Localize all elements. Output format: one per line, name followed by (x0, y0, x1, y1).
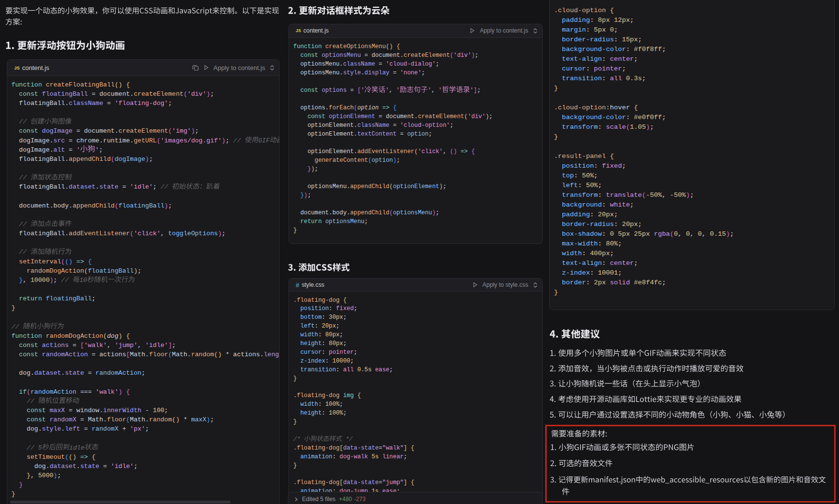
svg-text:.: . (65, 230, 69, 237)
svg-text:'idle': 'idle' (145, 342, 168, 349)
svg-text:dog: dog (19, 369, 31, 377)
svg-text:(: ( (84, 267, 88, 275)
svg-text:): ) (72, 453, 76, 461)
svg-text:=: = (84, 425, 88, 433)
svg-text:;: ; (638, 221, 642, 228)
svg-text:{: { (343, 297, 346, 304)
svg-text:style: style (42, 425, 61, 433)
svg-text::: : (594, 162, 598, 170)
svg-text:Math: Math (88, 416, 103, 423)
svg-text:): ) (726, 230, 730, 238)
svg-text:floor: floor (107, 416, 126, 423)
svg-text:=: = (393, 70, 396, 76)
svg-text:-50%: -50% (646, 191, 662, 199)
svg-text:,: , (678, 230, 682, 238)
svg-text:document: document (372, 52, 400, 59)
svg-text:{: { (393, 104, 396, 111)
svg-text:const: const (19, 351, 38, 358)
svg-text:;: ; (642, 75, 646, 82)
svg-text:,: , (702, 230, 706, 238)
svg-text:;: ; (489, 113, 493, 120)
svg-text::: : (590, 211, 594, 218)
svg-text:function: function (293, 43, 322, 50)
svg-text:): ) (191, 127, 195, 135)
svg-text:(: ( (414, 148, 418, 155)
svg-text:(: ( (626, 123, 630, 131)
svg-text:5000: 5000 (38, 472, 54, 479)
svg-text:actions: actions (42, 342, 69, 349)
svg-text:;: ; (404, 453, 407, 460)
svg-text:className: className (343, 61, 375, 68)
svg-text:addEventListener: addEventListener (357, 148, 414, 155)
svg-text:;: ; (164, 407, 168, 414)
svg-text::: : (598, 240, 602, 247)
svg-text:(: ( (214, 351, 218, 358)
svg-text:}: } (293, 462, 297, 469)
svg-text:const: const (19, 90, 38, 98)
svg-text:createElement: createElement (404, 52, 450, 59)
svg-text:400px: 400px (590, 250, 610, 257)
svg-text:': ' (95, 146, 99, 154)
svg-text:(: ( (111, 156, 115, 163)
svg-text:transform: transform (562, 123, 598, 131)
svg-text://: // (19, 221, 27, 228)
svg-text:;: ; (614, 211, 618, 218)
svg-text::: : (614, 221, 618, 228)
svg-text:random: random (191, 351, 214, 358)
svg-text:transition: transition (562, 75, 602, 82)
svg-text:.cloud-option: .cloud-option (554, 104, 606, 111)
svg-text:const: const (27, 416, 46, 423)
svg-text:5s: 5s (372, 453, 379, 460)
svg-text:src: src (54, 137, 65, 144)
svg-text:): ) (686, 191, 690, 199)
svg-text:text-align: text-align (562, 260, 602, 267)
svg-text::: : (586, 65, 590, 72)
svg-text:.: . (38, 425, 42, 433)
svg-text:): ) (164, 202, 168, 209)
svg-text:100: 100 (153, 407, 164, 414)
svg-text:=: = (84, 388, 88, 396)
svg-text:}: } (554, 133, 558, 140)
svg-text::: : (598, 123, 602, 131)
svg-text:;: ; (638, 36, 642, 43)
svg-text:'px': 'px' (130, 425, 145, 433)
svg-text:randomX: randomX (91, 425, 118, 433)
svg-text:): ) (646, 123, 650, 131)
svg-text::: : (321, 349, 325, 356)
svg-text::: : (626, 114, 630, 121)
svg-text:{: { (471, 148, 475, 155)
svg-text:=: = (91, 90, 95, 98)
svg-text:createOptionsMenu: createOptionsMenu (325, 43, 386, 50)
svg-text:): ) (304, 192, 307, 199)
svg-text:.: . (187, 351, 191, 358)
svg-text:border: border (562, 279, 586, 286)
svg-text:': ' (386, 87, 389, 94)
svg-text:body: body (332, 209, 346, 216)
svg-text:randomAction: randomAction (31, 388, 76, 396)
svg-text:#e0f0ff: #e0f0ff (634, 114, 662, 121)
svg-text:}: } (293, 418, 297, 425)
svg-text:): ) (119, 81, 123, 88)
svg-text:z-index: z-index (301, 358, 325, 365)
svg-text:=: = (80, 416, 84, 423)
svg-text:return: return (301, 218, 322, 225)
svg-text:width: width (301, 331, 319, 338)
svg-text:}: } (27, 472, 31, 479)
svg-text:pointer: pointer (594, 65, 622, 72)
svg-text:forEach: forEach (329, 104, 354, 111)
svg-text:toggleOptions: toggleOptions (168, 230, 218, 237)
svg-text:;: ; (339, 331, 343, 338)
svg-text:document: document (99, 90, 130, 98)
svg-text:): ) (390, 43, 393, 50)
svg-text:(: ( (27, 388, 31, 396)
svg-text:window: window (76, 407, 99, 414)
svg-text:(: ( (65, 258, 69, 265)
svg-text:,: , (431, 87, 435, 94)
svg-text:20px: 20px (622, 221, 638, 228)
svg-text:.: . (400, 52, 404, 59)
svg-text:position: position (562, 162, 594, 170)
svg-text:const: const (307, 113, 325, 120)
svg-text:[: [ (339, 479, 343, 486)
svg-text:{: { (126, 388, 130, 396)
svg-text:'floating-dog': 'floating-dog' (115, 100, 168, 107)
